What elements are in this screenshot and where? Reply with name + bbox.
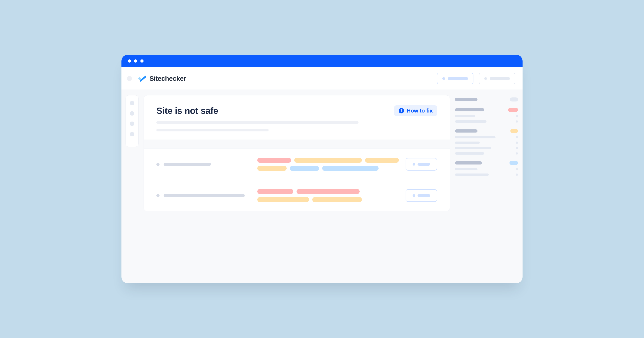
section-title-placeholder	[455, 98, 478, 101]
description-placeholder	[156, 129, 268, 131]
hamburger-icon[interactable]	[127, 76, 132, 81]
section-title-placeholder	[455, 129, 478, 133]
main-content: Site is not safe ? How to fix	[144, 95, 450, 283]
right-sidebar	[455, 95, 522, 283]
window-control-maximize[interactable]	[140, 59, 144, 63]
sidebar-item[interactable]	[455, 173, 518, 176]
row-url-placeholder	[164, 194, 245, 197]
checkmark-logo-icon	[137, 75, 146, 82]
row-action-button[interactable]	[406, 158, 437, 170]
sidebar-item[interactable]	[455, 136, 518, 138]
section-title-placeholder	[455, 108, 484, 111]
count-badge	[510, 97, 518, 102]
row-tags	[257, 158, 399, 171]
left-nav	[126, 95, 138, 147]
sidebar-item[interactable]	[455, 152, 518, 155]
brand-name: Sitechecker	[150, 75, 186, 82]
header-primary-button[interactable]	[437, 73, 474, 84]
nav-item[interactable]	[130, 122, 134, 126]
sidebar-item[interactable]	[455, 115, 518, 117]
row-status-icon	[156, 194, 160, 197]
app-window: Sitechecker Site is not safe	[122, 55, 522, 283]
how-to-fix-button[interactable]: ? How to fix	[394, 105, 437, 116]
count-badge	[508, 108, 518, 112]
row-status-icon	[156, 163, 160, 166]
table-header-placeholder	[144, 140, 450, 149]
issue-row	[144, 149, 450, 180]
sidebar-item[interactable]	[455, 120, 518, 123]
nav-item[interactable]	[130, 101, 134, 105]
nav-item[interactable]	[130, 132, 134, 136]
window-control-minimize[interactable]	[134, 59, 137, 63]
sidebar-section	[455, 129, 518, 155]
brand-logo[interactable]: Sitechecker	[137, 75, 186, 82]
count-badge	[510, 161, 518, 165]
row-url-placeholder	[164, 163, 211, 166]
sidebar-section	[455, 161, 518, 176]
sidebar-item[interactable]	[455, 168, 518, 170]
sidebar-section	[455, 108, 518, 123]
row-action-button[interactable]	[406, 189, 437, 202]
window-control-close[interactable]	[128, 59, 131, 63]
sidebar-item[interactable]	[455, 147, 518, 149]
description-placeholder	[156, 121, 358, 124]
how-to-fix-label: How to fix	[407, 108, 433, 114]
app-body: Site is not safe ? How to fix	[122, 90, 522, 283]
section-title-placeholder	[455, 161, 482, 165]
header-secondary-button[interactable]	[479, 73, 515, 84]
help-icon: ?	[398, 108, 404, 113]
card-header: Site is not safe ? How to fix	[144, 95, 450, 140]
sidebar-section	[455, 97, 518, 102]
issue-card: Site is not safe ? How to fix	[144, 95, 450, 211]
issue-row	[144, 180, 450, 211]
count-badge	[510, 129, 518, 133]
nav-item[interactable]	[130, 111, 134, 116]
window-titlebar	[122, 55, 522, 67]
page-title: Site is not safe	[156, 106, 218, 116]
row-tags	[257, 189, 399, 202]
app-header: Sitechecker	[122, 67, 522, 90]
sidebar-item[interactable]	[455, 142, 518, 144]
